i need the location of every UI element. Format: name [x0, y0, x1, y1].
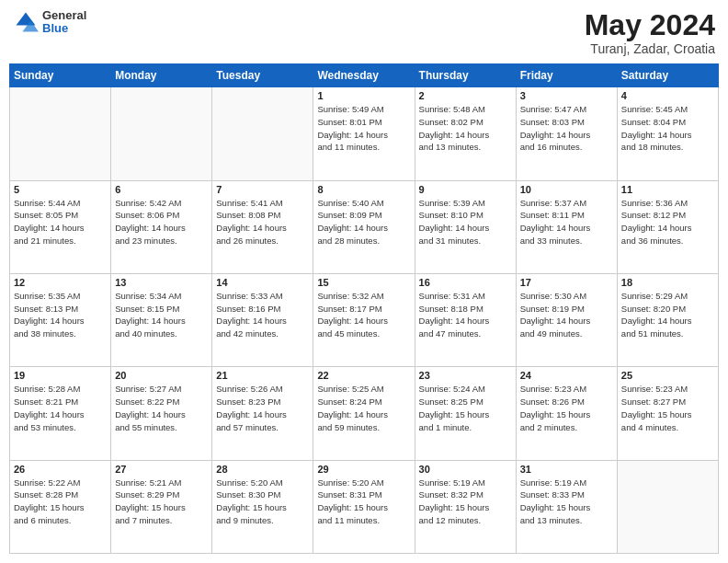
- day-number-1: 1: [317, 90, 410, 101]
- week-row-1: 5Sunrise: 5:44 AM Sunset: 8:05 PM Daylig…: [10, 180, 719, 273]
- day-number-17: 17: [520, 277, 613, 288]
- header-thursday: Thursday: [415, 64, 516, 87]
- week-row-0: 1Sunrise: 5:49 AM Sunset: 8:01 PM Daylig…: [10, 87, 719, 180]
- calendar-cell-w4-d5: 31Sunrise: 5:19 AM Sunset: 8:33 PM Dayli…: [516, 460, 617, 553]
- logo-blue: Blue: [42, 22, 86, 35]
- calendar-table: Sunday Monday Tuesday Wednesday Thursday…: [9, 63, 719, 554]
- day-info-9: Sunrise: 5:39 AM Sunset: 8:10 PM Dayligh…: [419, 197, 512, 247]
- title-section: May 2024 Turanj, Zadar, Croatia: [585, 9, 715, 56]
- logo: General Blue: [13, 9, 86, 36]
- day-number-18: 18: [621, 277, 714, 288]
- day-info-3: Sunrise: 5:47 AM Sunset: 8:03 PM Dayligh…: [520, 103, 613, 154]
- calendar-cell-w2-d2: 14Sunrise: 5:33 AM Sunset: 8:16 PM Dayli…: [212, 273, 313, 366]
- day-info-2: Sunrise: 5:48 AM Sunset: 8:02 PM Dayligh…: [419, 103, 512, 154]
- day-number-23: 23: [419, 370, 512, 381]
- day-number-30: 30: [419, 464, 512, 475]
- day-info-8: Sunrise: 5:40 AM Sunset: 8:09 PM Dayligh…: [317, 197, 410, 247]
- calendar-cell-w4-d4: 30Sunrise: 5:19 AM Sunset: 8:32 PM Dayli…: [415, 460, 516, 553]
- calendar-cell-w1-d3: 8Sunrise: 5:40 AM Sunset: 8:09 PM Daylig…: [313, 180, 415, 273]
- header-friday: Friday: [516, 64, 617, 87]
- day-info-1: Sunrise: 5:49 AM Sunset: 8:01 PM Dayligh…: [317, 103, 410, 154]
- calendar-cell-w0-d1: [111, 87, 212, 180]
- calendar-cell-w0-d2: [212, 87, 313, 180]
- header-wednesday: Wednesday: [313, 64, 415, 87]
- calendar-cell-w3-d3: 22Sunrise: 5:25 AM Sunset: 8:24 PM Dayli…: [313, 367, 415, 460]
- day-number-21: 21: [216, 370, 309, 381]
- day-info-29: Sunrise: 5:20 AM Sunset: 8:31 PM Dayligh…: [317, 477, 410, 527]
- week-row-2: 12Sunrise: 5:35 AM Sunset: 8:13 PM Dayli…: [10, 273, 719, 366]
- day-info-14: Sunrise: 5:33 AM Sunset: 8:16 PM Dayligh…: [216, 290, 309, 340]
- day-info-22: Sunrise: 5:25 AM Sunset: 8:24 PM Dayligh…: [317, 383, 410, 433]
- day-number-27: 27: [115, 464, 208, 475]
- calendar-cell-w2-d1: 13Sunrise: 5:34 AM Sunset: 8:15 PM Dayli…: [111, 273, 212, 366]
- day-info-20: Sunrise: 5:27 AM Sunset: 8:22 PM Dayligh…: [115, 383, 208, 433]
- calendar-cell-w4-d3: 29Sunrise: 5:20 AM Sunset: 8:31 PM Dayli…: [313, 460, 415, 553]
- day-info-23: Sunrise: 5:24 AM Sunset: 8:25 PM Dayligh…: [419, 383, 512, 433]
- day-number-8: 8: [317, 184, 410, 195]
- day-info-16: Sunrise: 5:31 AM Sunset: 8:18 PM Dayligh…: [419, 290, 512, 340]
- day-number-15: 15: [317, 277, 410, 288]
- day-info-12: Sunrise: 5:35 AM Sunset: 8:13 PM Dayligh…: [14, 290, 107, 340]
- day-info-11: Sunrise: 5:36 AM Sunset: 8:12 PM Dayligh…: [621, 197, 714, 247]
- calendar-cell-w0-d6: 4Sunrise: 5:45 AM Sunset: 8:04 PM Daylig…: [617, 87, 718, 180]
- week-row-4: 26Sunrise: 5:22 AM Sunset: 8:28 PM Dayli…: [10, 460, 719, 553]
- day-number-4: 4: [621, 90, 714, 101]
- day-info-17: Sunrise: 5:30 AM Sunset: 8:19 PM Dayligh…: [520, 290, 613, 340]
- day-info-28: Sunrise: 5:20 AM Sunset: 8:30 PM Dayligh…: [216, 477, 309, 527]
- calendar-cell-w1-d0: 5Sunrise: 5:44 AM Sunset: 8:05 PM Daylig…: [10, 180, 111, 273]
- calendar-cell-w4-d2: 28Sunrise: 5:20 AM Sunset: 8:30 PM Dayli…: [212, 460, 313, 553]
- day-number-14: 14: [216, 277, 309, 288]
- calendar-cell-w1-d6: 11Sunrise: 5:36 AM Sunset: 8:12 PM Dayli…: [617, 180, 718, 273]
- logo-icon: [13, 9, 39, 35]
- week-row-3: 19Sunrise: 5:28 AM Sunset: 8:21 PM Dayli…: [10, 367, 719, 460]
- day-number-26: 26: [14, 464, 107, 475]
- day-number-19: 19: [14, 370, 107, 381]
- day-number-24: 24: [520, 370, 613, 381]
- day-info-27: Sunrise: 5:21 AM Sunset: 8:29 PM Dayligh…: [115, 477, 208, 527]
- calendar-cell-w2-d0: 12Sunrise: 5:35 AM Sunset: 8:13 PM Dayli…: [10, 273, 111, 366]
- day-info-10: Sunrise: 5:37 AM Sunset: 8:11 PM Dayligh…: [520, 197, 613, 247]
- day-info-26: Sunrise: 5:22 AM Sunset: 8:28 PM Dayligh…: [14, 477, 107, 527]
- calendar-cell-w1-d1: 6Sunrise: 5:42 AM Sunset: 8:06 PM Daylig…: [111, 180, 212, 273]
- day-info-6: Sunrise: 5:42 AM Sunset: 8:06 PM Dayligh…: [115, 197, 208, 247]
- day-info-25: Sunrise: 5:23 AM Sunset: 8:27 PM Dayligh…: [621, 383, 714, 433]
- day-info-13: Sunrise: 5:34 AM Sunset: 8:15 PM Dayligh…: [115, 290, 208, 340]
- calendar-cell-w3-d6: 25Sunrise: 5:23 AM Sunset: 8:27 PM Dayli…: [617, 367, 718, 460]
- calendar-cell-w2-d5: 17Sunrise: 5:30 AM Sunset: 8:19 PM Dayli…: [516, 273, 617, 366]
- day-number-22: 22: [317, 370, 410, 381]
- header-monday: Monday: [111, 64, 212, 87]
- calendar-cell-w0-d5: 3Sunrise: 5:47 AM Sunset: 8:03 PM Daylig…: [516, 87, 617, 180]
- calendar-cell-w1-d4: 9Sunrise: 5:39 AM Sunset: 8:10 PM Daylig…: [415, 180, 516, 273]
- header-sunday: Sunday: [10, 64, 111, 87]
- calendar-cell-w0-d0: [10, 87, 111, 180]
- calendar-cell-w3-d5: 24Sunrise: 5:23 AM Sunset: 8:26 PM Dayli…: [516, 367, 617, 460]
- calendar-cell-w0-d4: 2Sunrise: 5:48 AM Sunset: 8:02 PM Daylig…: [415, 87, 516, 180]
- day-info-21: Sunrise: 5:26 AM Sunset: 8:23 PM Dayligh…: [216, 383, 309, 433]
- day-number-28: 28: [216, 464, 309, 475]
- main-title: May 2024: [585, 9, 715, 41]
- page: General Blue May 2024 Turanj, Zadar, Cro…: [0, 0, 728, 563]
- day-number-20: 20: [115, 370, 208, 381]
- day-info-24: Sunrise: 5:23 AM Sunset: 8:26 PM Dayligh…: [520, 383, 613, 433]
- logo-text: General Blue: [42, 9, 86, 36]
- day-info-31: Sunrise: 5:19 AM Sunset: 8:33 PM Dayligh…: [520, 477, 613, 527]
- day-number-10: 10: [520, 184, 613, 195]
- day-number-11: 11: [621, 184, 714, 195]
- calendar-cell-w3-d2: 21Sunrise: 5:26 AM Sunset: 8:23 PM Dayli…: [212, 367, 313, 460]
- calendar-cell-w3-d1: 20Sunrise: 5:27 AM Sunset: 8:22 PM Dayli…: [111, 367, 212, 460]
- day-info-18: Sunrise: 5:29 AM Sunset: 8:20 PM Dayligh…: [621, 290, 714, 340]
- calendar-cell-w2-d6: 18Sunrise: 5:29 AM Sunset: 8:20 PM Dayli…: [617, 273, 718, 366]
- day-number-6: 6: [115, 184, 208, 195]
- day-number-25: 25: [621, 370, 714, 381]
- calendar-cell-w4-d1: 27Sunrise: 5:21 AM Sunset: 8:29 PM Dayli…: [111, 460, 212, 553]
- header: General Blue May 2024 Turanj, Zadar, Cro…: [9, 9, 719, 56]
- logo-general: General: [42, 9, 86, 22]
- day-number-9: 9: [419, 184, 512, 195]
- day-number-31: 31: [520, 464, 613, 475]
- day-info-4: Sunrise: 5:45 AM Sunset: 8:04 PM Dayligh…: [621, 103, 714, 154]
- day-info-7: Sunrise: 5:41 AM Sunset: 8:08 PM Dayligh…: [216, 197, 309, 247]
- day-number-5: 5: [14, 184, 107, 195]
- header-saturday: Saturday: [617, 64, 718, 87]
- header-tuesday: Tuesday: [212, 64, 313, 87]
- calendar-cell-w2-d3: 15Sunrise: 5:32 AM Sunset: 8:17 PM Dayli…: [313, 273, 415, 366]
